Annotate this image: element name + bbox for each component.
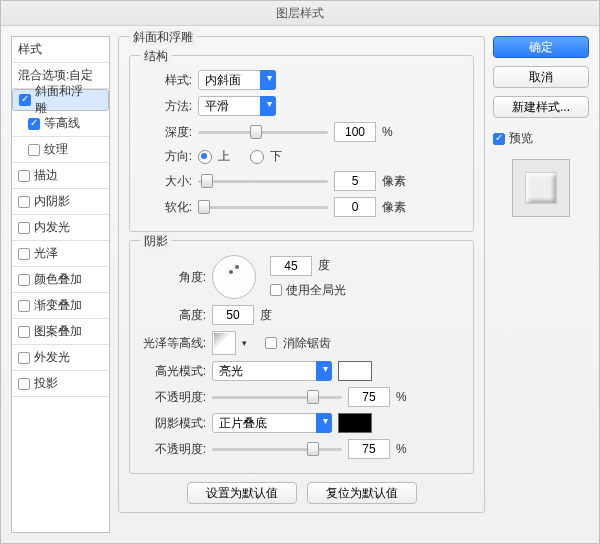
sidebar-item-3[interactable]: 描边 [12, 163, 109, 189]
shadow-mode-label: 阴影模式: [140, 415, 206, 432]
sidebar-item-7[interactable]: 颜色叠加 [12, 267, 109, 293]
sidebar-heading[interactable]: 样式 [12, 37, 109, 63]
size-unit: 像素 [382, 173, 408, 190]
gloss-label: 光泽等高线: [140, 335, 206, 352]
dir-down-label: 下 [270, 148, 282, 165]
style-label: 样式: [140, 72, 192, 89]
highlight-color-swatch[interactable] [338, 361, 372, 381]
cancel-button[interactable]: 取消 [493, 66, 589, 88]
new-style-button[interactable]: 新建样式... [493, 96, 589, 118]
shadow-mode-select[interactable]: 正片叠底 [212, 413, 332, 433]
soften-label: 软化: [140, 199, 192, 216]
angle-label: 角度: [140, 269, 206, 286]
sidebar-item-checkbox[interactable] [18, 248, 30, 260]
altitude-input[interactable] [212, 305, 254, 325]
shading-title: 阴影 [140, 233, 172, 250]
method-label: 方法: [140, 98, 192, 115]
shadow-color-swatch[interactable] [338, 413, 372, 433]
make-default-button[interactable]: 设置为默认值 [187, 482, 297, 504]
bevel-fieldset: 斜面和浮雕 结构 样式: 内斜面 方法: 平滑 深度: [118, 36, 485, 513]
sidebar-item-checkbox[interactable] [19, 94, 31, 106]
panel-title: 斜面和浮雕 [129, 29, 197, 46]
sidebar-item-label: 纹理 [44, 141, 68, 158]
sidebar-item-label: 渐变叠加 [34, 297, 82, 314]
depth-unit: % [382, 125, 408, 139]
method-select[interactable]: 平滑 [198, 96, 276, 116]
ok-button[interactable]: 确定 [493, 36, 589, 58]
structure-fieldset: 结构 样式: 内斜面 方法: 平滑 深度: % [129, 55, 474, 232]
depth-input[interactable] [334, 122, 376, 142]
sidebar-item-checkbox[interactable] [18, 274, 30, 286]
sidebar-item-checkbox[interactable] [18, 326, 30, 338]
main-panel: 斜面和浮雕 结构 样式: 内斜面 方法: 平滑 深度: [118, 36, 485, 533]
highlight-opacity-slider[interactable] [212, 390, 342, 404]
sidebar-item-9[interactable]: 图案叠加 [12, 319, 109, 345]
dir-down-radio[interactable] [250, 150, 264, 164]
dialog-title: 图层样式 [1, 1, 599, 26]
angle-wheel[interactable] [212, 255, 256, 299]
sidebar-item-2[interactable]: 纹理 [12, 137, 109, 163]
shadow-opacity-input[interactable] [348, 439, 390, 459]
reset-default-button[interactable]: 复位为默认值 [307, 482, 417, 504]
sidebar-item-label: 投影 [34, 375, 58, 392]
highlight-mode-select[interactable]: 亮光 [212, 361, 332, 381]
shadow-opacity-label: 不透明度: [140, 441, 206, 458]
sidebar-item-checkbox[interactable] [28, 144, 40, 156]
sidebar-item-checkbox[interactable] [18, 300, 30, 312]
sidebar-item-5[interactable]: 内发光 [12, 215, 109, 241]
sidebar-item-11[interactable]: 投影 [12, 371, 109, 397]
sidebar-item-label: 颜色叠加 [34, 271, 82, 288]
highlight-mode-label: 高光模式: [140, 363, 206, 380]
sidebar-item-label: 内阴影 [34, 193, 70, 210]
sidebar-item-checkbox[interactable] [18, 352, 30, 364]
global-light-checkbox[interactable] [270, 284, 282, 296]
angle-input[interactable] [270, 256, 312, 276]
sidebar-item-checkbox[interactable] [18, 222, 30, 234]
sidebar-item-label: 描边 [34, 167, 58, 184]
sidebar-item-label: 内发光 [34, 219, 70, 236]
sidebar-item-label: 光泽 [34, 245, 58, 262]
sidebar-item-label: 外发光 [34, 349, 70, 366]
layer-style-dialog: 图层样式 样式 混合选项:自定 斜面和浮雕等高线纹理描边内阴影内发光光泽颜色叠加… [0, 0, 600, 544]
sidebar-item-6[interactable]: 光泽 [12, 241, 109, 267]
size-slider[interactable] [198, 174, 328, 188]
sidebar-item-label: 图案叠加 [34, 323, 82, 340]
sidebar-item-4[interactable]: 内阴影 [12, 189, 109, 215]
size-input[interactable] [334, 171, 376, 191]
angle-unit: 度 [318, 257, 330, 274]
depth-slider[interactable] [198, 125, 328, 139]
structure-title: 结构 [140, 48, 172, 65]
dir-up-radio[interactable] [198, 150, 212, 164]
style-select[interactable]: 内斜面 [198, 70, 276, 90]
preview-thumbnail [512, 159, 570, 217]
right-panel: 确定 取消 新建样式... 预览 [493, 36, 589, 533]
soften-unit: 像素 [382, 199, 408, 216]
sidebar-item-checkbox[interactable] [18, 170, 30, 182]
preview-label: 预览 [509, 130, 533, 147]
antialias-checkbox[interactable] [265, 337, 277, 349]
sidebar-item-label: 斜面和浮雕 [35, 83, 90, 117]
sidebar-item-checkbox[interactable] [28, 118, 40, 130]
shadow-opacity-unit: % [396, 442, 407, 456]
direction-label: 方向: [140, 148, 192, 165]
sidebar-item-checkbox[interactable] [18, 378, 30, 390]
soften-slider[interactable] [198, 200, 328, 214]
highlight-opacity-label: 不透明度: [140, 389, 206, 406]
shading-fieldset: 阴影 角度: 度 使用全局光 [129, 240, 474, 474]
size-label: 大小: [140, 173, 192, 190]
highlight-opacity-input[interactable] [348, 387, 390, 407]
highlight-opacity-unit: % [396, 390, 407, 404]
soften-input[interactable] [334, 197, 376, 217]
sidebar-item-0[interactable]: 斜面和浮雕 [12, 89, 109, 111]
styles-sidebar: 样式 混合选项:自定 斜面和浮雕等高线纹理描边内阴影内发光光泽颜色叠加渐变叠加图… [11, 36, 110, 533]
sidebar-item-label: 等高线 [44, 115, 80, 132]
altitude-label: 高度: [140, 307, 206, 324]
shadow-opacity-slider[interactable] [212, 442, 342, 456]
sidebar-item-8[interactable]: 渐变叠加 [12, 293, 109, 319]
altitude-unit: 度 [260, 307, 272, 324]
preview-checkbox[interactable] [493, 133, 505, 145]
sidebar-item-checkbox[interactable] [18, 196, 30, 208]
sidebar-item-10[interactable]: 外发光 [12, 345, 109, 371]
gloss-contour-picker[interactable] [212, 331, 236, 355]
dir-up-label: 上 [218, 148, 230, 165]
